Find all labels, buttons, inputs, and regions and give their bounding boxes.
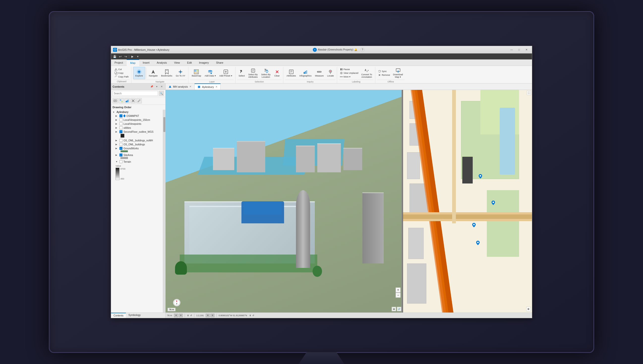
redo-btn[interactable]: ↪ bbox=[123, 54, 128, 59]
sync-btn[interactable]: Sync bbox=[377, 70, 391, 73]
compass-3d[interactable]: N bbox=[173, 299, 180, 306]
search-submit-btn[interactable]: 🔍 bbox=[159, 91, 164, 96]
more-quick-btn[interactable]: ▾ bbox=[136, 54, 140, 59]
layer-secondfloor[interactable]: ▶ ✓ SecondFloor_outline_WGS bbox=[111, 130, 165, 134]
layer-tool-2[interactable] bbox=[119, 98, 124, 104]
layer-tool-pencil[interactable] bbox=[136, 98, 142, 104]
tab-view[interactable]: View bbox=[171, 60, 184, 66]
view-unplaced-btn[interactable]: View Unplaced bbox=[339, 71, 360, 75]
layer-checkbox-sf[interactable]: ✓ bbox=[120, 130, 122, 133]
tab-insert[interactable]: Insert bbox=[139, 60, 153, 66]
cut-btn[interactable]: Cut bbox=[114, 68, 130, 71]
help-btn[interactable]: ? bbox=[360, 48, 365, 52]
tab-symbology[interactable]: Symbology bbox=[126, 313, 143, 318]
copy-btn[interactable]: Copy bbox=[114, 71, 130, 75]
layer-checkbox-lv150[interactable] bbox=[120, 118, 122, 121]
more-label-btn[interactable]: More ▾ bbox=[339, 75, 360, 78]
tab-share[interactable]: Share bbox=[213, 60, 227, 66]
layer-sitearea[interactable]: ▶ ✓ SiteArea bbox=[111, 153, 165, 157]
measure-btn[interactable]: Measure bbox=[313, 67, 325, 79]
layer-tool-3[interactable] bbox=[124, 98, 130, 104]
layer-osoml-nomh[interactable]: ▶ OS_OML_buildings_noMH bbox=[111, 138, 165, 142]
layer-localviewpoints150[interactable]: ▶ LocalViewpoints_150cm bbox=[111, 118, 165, 122]
layer-search-input[interactable] bbox=[113, 91, 158, 96]
pause-playback-btn[interactable]: ⏸ bbox=[187, 314, 189, 317]
2d-grid-btn[interactable]: ⊞ bbox=[526, 307, 531, 311]
convert-annotation-btn[interactable]: A a Convert ToAnnotation bbox=[360, 67, 374, 79]
layer-groundworks[interactable]: ▶ ✓ GroundWorks bbox=[111, 146, 165, 150]
basemap-btn[interactable]: Basemap bbox=[190, 67, 202, 79]
tab-mh-close[interactable]: ✕ bbox=[189, 85, 191, 88]
layer-checkbox-sa[interactable]: ✓ bbox=[120, 154, 122, 156]
run-btn[interactable]: ▶ bbox=[130, 54, 135, 59]
layer-checkbox-util[interactable] bbox=[120, 126, 122, 129]
clear-selection-btn[interactable]: Clear bbox=[273, 67, 281, 79]
layer-osoml[interactable]: ▶ OS_OML_buildings bbox=[111, 142, 165, 146]
copy-path-btn[interactable]: Copy Path bbox=[114, 75, 130, 78]
map-2d-expand-btn[interactable]: ⛶ bbox=[527, 91, 531, 95]
layer-aylesbury[interactable]: ▼ Aylesbury bbox=[111, 110, 165, 114]
layer-checkbox-osoml[interactable] bbox=[120, 143, 122, 146]
tab-map[interactable]: Map bbox=[127, 60, 139, 66]
tab-aylesbury-close[interactable]: ✕ bbox=[215, 86, 217, 88]
zoom-out-3d[interactable]: − bbox=[396, 293, 401, 298]
add-preset-btn[interactable]: Add Preset ▾ bbox=[218, 67, 234, 79]
attributes-btn[interactable]: Attributes bbox=[285, 67, 297, 79]
zoom-in-3d[interactable]: + bbox=[396, 288, 401, 292]
link-maps-btn[interactable]: 🔗 bbox=[397, 307, 401, 311]
panel-menu-btn[interactable]: ▾ bbox=[154, 84, 159, 89]
tab-edit[interactable]: Edit bbox=[184, 60, 196, 66]
undo-btn[interactable]: ↩ bbox=[118, 54, 122, 59]
panel-pin-btn[interactable]: 📌 bbox=[149, 84, 154, 89]
infographics-btn[interactable]: Infographics bbox=[298, 67, 313, 79]
select-btn[interactable]: Select bbox=[237, 67, 246, 79]
bookmarks-btn[interactable]: Bookmarks bbox=[160, 67, 174, 79]
2d-ctrl-btn-1[interactable]: ⊞ bbox=[206, 314, 210, 317]
tab-imagery[interactable]: Imagery bbox=[196, 60, 213, 66]
refresh-btn[interactable]: ↺ bbox=[190, 314, 192, 317]
2d-map[interactable]: ⛶ ⊞ bbox=[403, 90, 532, 312]
go-to-xy-btn[interactable]: Go To XY bbox=[174, 67, 187, 79]
layer-tool-4[interactable] bbox=[130, 98, 136, 104]
add-data-btn[interactable]: Add Data ▾ bbox=[203, 67, 217, 79]
tab-project[interactable]: Project bbox=[111, 60, 127, 66]
maximize-btn[interactable]: □ bbox=[516, 47, 522, 52]
save-quick-btn[interactable]: 💾 bbox=[113, 54, 117, 59]
tab-analysis[interactable]: Analysis bbox=[153, 60, 171, 66]
scrollbar-thumb[interactable] bbox=[163, 117, 165, 132]
layer-checkbox-osmmpnt[interactable]: ✓ bbox=[120, 114, 122, 117]
panel-scrollbar[interactable] bbox=[163, 110, 165, 312]
3d-view-btn-1[interactable]: ⊞ bbox=[174, 314, 178, 317]
tab-aylesbury[interactable]: Aylesbury ✕ bbox=[195, 84, 221, 90]
layer-localviewpoints[interactable]: ▶ LocalViewpoints bbox=[111, 122, 165, 126]
layer-checkbox-terrain[interactable] bbox=[120, 160, 122, 163]
layer-osmmpnt[interactable]: ▶ ✓ OSMMPNT bbox=[111, 114, 165, 118]
download-map-btn[interactable]: DownloadMap ▾ bbox=[391, 67, 404, 79]
tab-mh-analysis[interactable]: MH analysis ✕ bbox=[166, 84, 195, 90]
notification-icon[interactable]: 🔔 bbox=[354, 48, 357, 51]
main-content: Contents 📌 ▾ ✕ 🔍 bbox=[111, 84, 532, 318]
layer-utilities[interactable]: ▶ utilities bbox=[111, 126, 165, 130]
close-btn[interactable]: ✕ bbox=[523, 47, 530, 52]
3d-view-btn-2[interactable]: ⊞ bbox=[179, 314, 183, 317]
tab-contents[interactable]: Contents bbox=[111, 313, 126, 318]
select-by-loc-btn[interactable]: Select ByLocation bbox=[260, 67, 272, 79]
layer-terrain[interactable]: ▼ Terrain bbox=[111, 160, 165, 164]
pause-btn[interactable]: Pause bbox=[339, 68, 360, 71]
navigate-btn[interactable]: Navigate bbox=[147, 67, 159, 79]
map-split-handle[interactable] bbox=[402, 90, 403, 312]
layer-checkbox-lv[interactable] bbox=[120, 122, 122, 125]
select-by-attr-btn[interactable]: Select ByAttributes bbox=[247, 67, 259, 79]
layer-checkbox-osoml-nomh[interactable] bbox=[120, 139, 122, 142]
refresh-2d-btn[interactable]: ↺ bbox=[252, 314, 254, 317]
panel-close-btn[interactable]: ✕ bbox=[159, 84, 164, 89]
pause-2d-btn[interactable]: ⏸ bbox=[249, 314, 251, 317]
explore-btn[interactable]: Explore bbox=[133, 67, 145, 79]
3d-map[interactable]: N 76 m + − bbox=[166, 90, 403, 312]
layer-tool-1[interactable] bbox=[113, 98, 118, 104]
locate-btn[interactable]: Locate bbox=[326, 67, 335, 79]
minimize-btn[interactable]: — bbox=[508, 47, 515, 52]
remove-btn[interactable]: Remove bbox=[377, 73, 391, 77]
layer-checkbox-gw[interactable]: ✓ bbox=[120, 147, 122, 150]
2d-ctrl-btn-2[interactable]: ⊞ bbox=[210, 314, 214, 317]
